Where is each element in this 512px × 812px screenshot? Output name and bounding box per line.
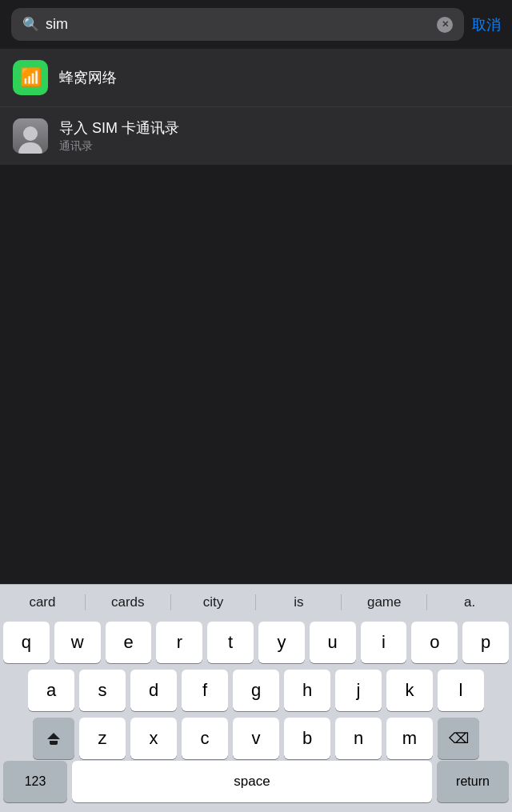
predictive-bar: card cards city is game a. — [0, 584, 512, 618]
key-l[interactable]: l — [438, 670, 484, 711]
contacts-app-icon — [13, 118, 48, 154]
predictive-word-city[interactable]: city — [171, 591, 256, 614]
space-key[interactable]: space — [72, 761, 432, 802]
key-m[interactable]: m — [386, 718, 433, 759]
result-cellular[interactable]: 📶 蜂窝网络 — [0, 49, 512, 107]
key-s[interactable]: s — [79, 670, 126, 711]
key-b[interactable]: b — [284, 718, 330, 759]
key-f[interactable]: f — [182, 670, 228, 711]
key-a[interactable]: a — [28, 670, 74, 711]
key-g[interactable]: g — [233, 670, 279, 711]
key-h[interactable]: h — [284, 670, 330, 711]
contacts-icon-inner — [13, 118, 48, 154]
shift-arrow — [47, 733, 60, 739]
key-p[interactable]: p — [462, 622, 509, 663]
shift-icon — [47, 733, 60, 745]
results-list: 📶 蜂窝网络 导入 SIM 卡通讯录 通讯录 — [0, 49, 512, 165]
shift-base — [50, 741, 58, 745]
key-v[interactable]: v — [233, 718, 279, 759]
bottom-row: 123 space return — [0, 761, 512, 809]
key-x[interactable]: x — [130, 718, 177, 759]
search-icon: 🔍 — [22, 16, 39, 33]
numbers-key[interactable]: 123 — [3, 761, 67, 802]
key-e[interactable]: e — [106, 622, 152, 663]
contacts-head — [23, 126, 38, 141]
cellular-symbol: 📶 — [20, 67, 42, 88]
key-y[interactable]: y — [258, 622, 305, 663]
cellular-title: 蜂窝网络 — [59, 68, 499, 87]
key-w[interactable]: w — [54, 622, 101, 663]
cancel-button[interactable]: 取消 — [472, 15, 501, 34]
return-key[interactable]: return — [437, 761, 509, 802]
predictive-word-is[interactable]: is — [256, 591, 341, 614]
dark-content-area — [0, 165, 512, 469]
contacts-body — [18, 142, 42, 154]
key-z[interactable]: z — [79, 718, 126, 759]
key-r[interactable]: r — [156, 622, 202, 663]
key-j[interactable]: j — [335, 670, 382, 711]
sim-import-subtitle: 通讯录 — [59, 139, 499, 154]
search-input[interactable] — [46, 16, 430, 33]
sim-import-text: 导入 SIM 卡通讯录 通讯录 — [59, 118, 499, 154]
cellular-text: 蜂窝网络 — [59, 68, 499, 87]
key-t[interactable]: t — [207, 622, 254, 663]
key-q[interactable]: q — [3, 622, 50, 663]
key-c[interactable]: c — [182, 718, 228, 759]
result-sim-import[interactable]: 导入 SIM 卡通讯录 通讯录 — [0, 107, 512, 165]
sim-import-title: 导入 SIM 卡通讯录 — [59, 118, 499, 138]
predictive-word-cards[interactable]: cards — [86, 591, 170, 614]
search-bar: 🔍 取消 — [0, 0, 512, 49]
backspace-icon: ⌫ — [449, 730, 469, 747]
key-rows: q w e r t y u i o p a s d f g h j k l — [0, 618, 512, 761]
key-d[interactable]: d — [130, 670, 177, 711]
clear-button[interactable] — [437, 17, 453, 33]
backspace-key[interactable]: ⌫ — [438, 718, 479, 759]
predictive-word-card[interactable]: card — [0, 591, 85, 614]
key-row-2: a s d f g h j k l — [3, 670, 509, 711]
key-row-1: q w e r t y u i o p — [3, 622, 509, 663]
key-u[interactable]: u — [310, 622, 356, 663]
shift-key[interactable] — [33, 718, 74, 759]
predictive-word-game[interactable]: game — [342, 591, 426, 614]
keyboard: card cards city is game a. q w e r t y u… — [0, 584, 512, 812]
key-n[interactable]: n — [335, 718, 382, 759]
key-k[interactable]: k — [386, 670, 433, 711]
search-input-wrapper: 🔍 — [11, 8, 464, 41]
predictive-word-a[interactable]: a. — [427, 591, 512, 614]
key-i[interactable]: i — [361, 622, 407, 663]
cellular-icon: 📶 — [13, 60, 48, 95]
key-o[interactable]: o — [411, 622, 458, 663]
key-row-3: z x c v b n m ⌫ — [3, 718, 509, 759]
